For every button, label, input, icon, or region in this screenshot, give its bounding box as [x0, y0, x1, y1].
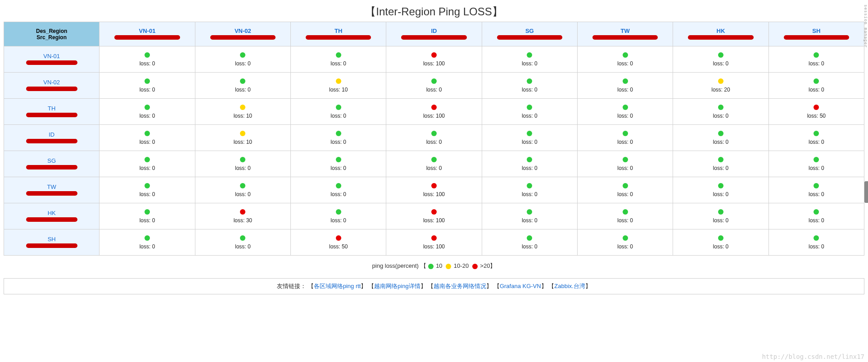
redacted-ip: [26, 191, 77, 196]
status-dot: [145, 183, 150, 188]
col-header-sh[interactable]: SH: [769, 22, 864, 46]
loss-value: loss: 0: [770, 139, 863, 145]
cell-VN-02-ID: loss: 0: [386, 73, 482, 99]
region-link[interactable]: VN-01: [5, 53, 98, 60]
col-header-vn-01[interactable]: VN-01: [99, 22, 195, 46]
region-link[interactable]: HK: [5, 210, 98, 216]
region-link[interactable]: TH: [292, 27, 385, 34]
redacted-ip: [26, 113, 77, 117]
region-link[interactable]: SG: [5, 157, 98, 164]
loss-value: loss: 0: [579, 191, 672, 197]
status-dot: [527, 209, 532, 215]
col-header-id[interactable]: ID: [386, 22, 482, 46]
cell-VN-01-TW: loss: 0: [577, 46, 673, 73]
loss-value: loss: 0: [100, 87, 194, 93]
loss-value: loss: 0: [579, 60, 672, 67]
col-header-sg[interactable]: SG: [482, 22, 577, 46]
cell-VN-01-HK: loss: 0: [673, 46, 769, 73]
status-dot: [336, 78, 341, 84]
region-link[interactable]: TW: [579, 27, 672, 34]
row-header-id[interactable]: ID: [4, 125, 99, 151]
loss-value: loss: 0: [483, 139, 576, 145]
status-dot: [623, 131, 628, 136]
row-header-hk[interactable]: HK: [4, 203, 99, 229]
loss-value: loss: 0: [770, 87, 863, 93]
cell-TW-TH: loss: 0: [290, 177, 386, 203]
cell-SH-VN-02: loss: 0: [195, 229, 290, 256]
col-header-vn-02[interactable]: VN-02: [195, 22, 290, 46]
loss-value: loss: 100: [387, 243, 480, 250]
redacted-ip: [306, 35, 371, 40]
cell-VN-02-TW: loss: 0: [577, 73, 673, 99]
col-header-hk[interactable]: HK: [673, 22, 769, 46]
status-dot: [240, 52, 245, 58]
region-link[interactable]: SG: [483, 27, 576, 34]
row-header-sg[interactable]: SG: [4, 151, 99, 177]
region-link[interactable]: TH: [5, 105, 98, 112]
status-dot: [718, 183, 723, 188]
cell-SG-VN-02: loss: 0: [195, 151, 290, 177]
status-dot: [623, 183, 628, 188]
legend: ping loss(percent) 【 10 10-20 >20】: [0, 256, 868, 276]
cell-VN-02-TH: loss: 10: [290, 73, 386, 99]
cell-SH-TW: loss: 0: [577, 229, 673, 256]
loss-value: loss: 100: [387, 191, 480, 197]
cell-SH-ID: loss: 100: [386, 229, 482, 256]
row-header-vn-01[interactable]: VN-01: [4, 46, 99, 73]
redacted-ip: [26, 165, 77, 170]
cell-VN-01-ID: loss: 100: [386, 46, 482, 73]
region-link[interactable]: SH: [5, 236, 98, 243]
status-dot: [431, 235, 437, 241]
redacted-ip: [114, 35, 180, 40]
footer-link[interactable]: Grafana KG-VN: [500, 283, 541, 289]
status-dot: [431, 78, 437, 84]
row-header-tw[interactable]: TW: [4, 177, 99, 203]
loss-value: loss: 0: [387, 139, 480, 145]
session-manager-tab[interactable]: session manager: [863, 5, 868, 48]
status-dot: [336, 131, 341, 136]
loss-value: loss: 0: [292, 60, 385, 67]
cell-VN-02-SG: loss: 0: [482, 73, 577, 99]
region-link[interactable]: HK: [674, 27, 767, 34]
col-header-th[interactable]: TH: [290, 22, 386, 46]
cell-HK-VN-01: loss: 0: [99, 203, 195, 229]
cell-VN-02-SH: loss: 0: [769, 73, 864, 99]
cell-HK-TH: loss: 0: [290, 203, 386, 229]
cell-SG-SH: loss: 0: [769, 151, 864, 177]
status-dot: [145, 131, 150, 136]
side-handle[interactable]: [864, 181, 868, 203]
footer-link[interactable]: 各区域网络ping rtt: [314, 283, 361, 289]
cell-ID-HK: loss: 0: [673, 125, 769, 151]
redacted-ip: [26, 139, 77, 143]
status-dot: [336, 157, 341, 162]
cell-TW-SG: loss: 0: [482, 177, 577, 203]
legend-dot-green: [428, 264, 434, 269]
cell-TH-SG: loss: 0: [482, 99, 577, 125]
region-link[interactable]: VN-01: [100, 27, 194, 34]
footer-link[interactable]: 越南各业务网络情况: [434, 283, 486, 289]
footer-link[interactable]: Zabbix.台湾: [554, 283, 585, 289]
loss-value: loss: 0: [292, 113, 385, 119]
cell-VN-01-VN-01: loss: 0: [99, 46, 195, 73]
region-link[interactable]: ID: [387, 27, 480, 34]
status-dot: [814, 183, 819, 188]
status-dot: [814, 105, 819, 110]
loss-value: loss: 30: [196, 217, 289, 224]
row-header-vn-02[interactable]: VN-02: [4, 73, 99, 99]
status-dot: [814, 52, 819, 58]
status-dot: [240, 235, 245, 241]
loss-value: loss: 100: [387, 60, 480, 67]
row-header-th[interactable]: TH: [4, 99, 99, 125]
region-link[interactable]: VN-02: [196, 27, 289, 34]
loss-value: loss: 0: [770, 60, 863, 67]
status-dot: [718, 209, 723, 215]
status-dot: [336, 235, 341, 241]
region-link[interactable]: VN-02: [5, 79, 98, 86]
row-header-sh[interactable]: SH: [4, 229, 99, 256]
col-header-tw[interactable]: TW: [577, 22, 673, 46]
region-link[interactable]: SH: [770, 27, 863, 34]
footer-link[interactable]: 越南网络ping详情: [374, 283, 420, 289]
region-link[interactable]: ID: [5, 131, 98, 138]
cell-SH-TH: loss: 50: [290, 229, 386, 256]
region-link[interactable]: TW: [5, 183, 98, 190]
